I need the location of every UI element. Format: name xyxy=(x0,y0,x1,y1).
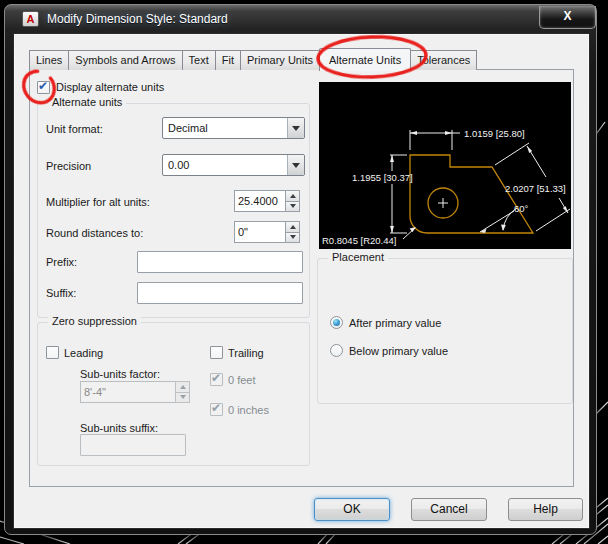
trailing-checkbox[interactable] xyxy=(210,346,223,359)
arrow-up-icon xyxy=(290,194,296,198)
zero-inches-label: 0 inches xyxy=(228,404,269,416)
subunits-factor-label: Sub-units factor: xyxy=(80,368,160,380)
leading-checkbox[interactable] xyxy=(46,346,59,359)
tab-tolerances[interactable]: Tolerances xyxy=(410,50,477,70)
zero-feet-checkbox: ✔ xyxy=(210,373,223,386)
dropdown-arrow-button[interactable] xyxy=(287,155,304,175)
placement-group: Placement After primary value Below prim… xyxy=(317,258,573,404)
zero-inches-checkbox: ✔ xyxy=(210,403,223,416)
spin-down-button xyxy=(175,393,190,404)
window-title: Modify Dimension Style: Standard xyxy=(47,12,228,26)
subunits-factor-value: 8'-4" xyxy=(80,381,175,403)
unit-format-label: Unit format: xyxy=(46,123,103,135)
check-icon: ✔ xyxy=(211,371,221,385)
zero-feet-label: 0 feet xyxy=(228,374,256,386)
arrow-down-icon xyxy=(180,395,186,399)
multiplier-value[interactable]: 25.4000 xyxy=(234,190,285,212)
unit-format-dropdown[interactable]: Decimal xyxy=(162,117,305,139)
round-distances-label: Round distances to: xyxy=(46,227,143,239)
zero-suppression-group-title: Zero suppression xyxy=(48,315,141,327)
autocad-screen: A Modify Dimension Style: Standard X Lin… xyxy=(0,0,608,544)
spin-up-button[interactable] xyxy=(285,190,300,202)
help-button[interactable]: Help xyxy=(508,498,583,521)
chevron-down-icon xyxy=(292,126,300,131)
prefix-label: Prefix: xyxy=(46,256,77,268)
tab-strip: Lines Symbols and Arrows Text Fit Primar… xyxy=(29,47,476,70)
suffix-label: Suffix: xyxy=(46,287,76,299)
dim-vertical-text: 1.1955 [30.37] xyxy=(352,172,413,183)
check-icon: ✔ xyxy=(38,79,48,93)
tab-alternate-units[interactable]: Alternate Units xyxy=(319,48,411,71)
dim-horizontal-text: 1.0159 [25.80] xyxy=(464,128,525,139)
spin-up-button xyxy=(175,381,190,393)
after-primary-value-radio[interactable] xyxy=(330,316,343,329)
trailing-label: Trailing xyxy=(228,347,264,359)
ok-button[interactable]: OK xyxy=(314,498,390,521)
dim-radius-text: R0.8045 [R20.44] xyxy=(322,235,396,246)
tab-primary-units[interactable]: Primary Units xyxy=(240,50,320,70)
title-bar[interactable]: A Modify Dimension Style: Standard X xyxy=(5,5,596,33)
tab-symbols-and-arrows[interactable]: Symbols and Arrows xyxy=(68,50,182,70)
cancel-button[interactable]: Cancel xyxy=(411,498,487,521)
round-distances-value[interactable]: 0" xyxy=(234,221,285,243)
spin-down-button[interactable] xyxy=(285,233,300,244)
display-alternate-units-label: Display alternate units xyxy=(56,81,164,93)
subunits-suffix-input xyxy=(80,434,186,456)
display-alternate-units-checkbox[interactable]: ✔ xyxy=(37,81,50,94)
multiplier-spinner[interactable]: 25.4000 xyxy=(234,190,300,212)
dialog-client-area: Lines Symbols and Arrows Text Fit Primar… xyxy=(13,33,590,529)
round-distances-spinner[interactable]: 0" xyxy=(234,221,300,243)
placement-group-title: Placement xyxy=(328,251,388,263)
check-icon: ✔ xyxy=(211,401,221,415)
arrow-down-icon xyxy=(290,235,296,239)
unit-format-value: Decimal xyxy=(163,122,287,134)
dim-angle-text: 60° xyxy=(514,203,529,214)
tab-lines[interactable]: Lines xyxy=(29,50,69,70)
spin-down-button[interactable] xyxy=(285,202,300,213)
below-primary-value-radio[interactable] xyxy=(330,344,343,357)
precision-dropdown[interactable]: 0.00 xyxy=(162,154,305,176)
alternate-units-group-title: Alternate units xyxy=(48,96,126,108)
alternate-units-page: ✔ Display alternate units Alternate unit… xyxy=(29,69,574,487)
multiplier-label: Multiplier for alt units: xyxy=(46,196,150,208)
arrow-down-icon xyxy=(290,204,296,208)
precision-label: Precision xyxy=(46,160,91,172)
subunits-suffix-label: Sub-units suffix: xyxy=(80,422,158,434)
zero-suppression-group: Zero suppression Leading Trailing Sub-un… xyxy=(37,322,310,466)
dropdown-arrow-button[interactable] xyxy=(287,118,304,138)
tab-text[interactable]: Text xyxy=(182,50,216,70)
spin-up-button[interactable] xyxy=(285,221,300,233)
autocad-app-icon: A xyxy=(22,11,39,27)
after-primary-value-label: After primary value xyxy=(349,317,441,329)
below-primary-value-label: Below primary value xyxy=(349,345,448,357)
chevron-down-icon xyxy=(292,163,300,168)
modify-dimension-style-dialog: A Modify Dimension Style: Standard X Lin… xyxy=(4,4,597,535)
prefix-input[interactable] xyxy=(137,251,303,273)
tab-fit[interactable]: Fit xyxy=(215,50,241,70)
alternate-units-group: Alternate units Unit format: Decimal Pre… xyxy=(37,103,310,318)
suffix-input[interactable] xyxy=(137,282,303,304)
subunits-factor-spinner: 8'-4" xyxy=(80,381,190,403)
dimension-style-preview: 1.0159 [25.80] 1.1955 [30.37] 2.0207 [51… xyxy=(317,80,573,251)
dim-aligned-text: 2.0207 [51.33] xyxy=(505,183,566,194)
arrow-up-icon xyxy=(290,225,296,229)
leading-label: Leading xyxy=(64,347,103,359)
close-button[interactable]: X xyxy=(539,6,596,29)
preview-drawing: 1.0159 [25.80] 1.1955 [30.37] 2.0207 [51… xyxy=(319,82,571,249)
precision-value: 0.00 xyxy=(163,159,287,171)
arrow-up-icon xyxy=(180,385,186,389)
